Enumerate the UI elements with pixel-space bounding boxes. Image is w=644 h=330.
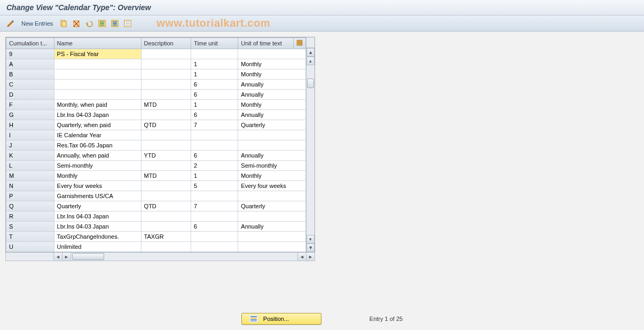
cell-description[interactable]: QTD (141, 120, 191, 130)
cell-cumulation[interactable]: D (6, 90, 54, 100)
cell-name[interactable] (54, 80, 141, 90)
cell-cumulation[interactable]: R (6, 211, 54, 222)
cell-description[interactable] (141, 222, 191, 232)
table-row[interactable]: D6Annually (6, 90, 306, 100)
cell-description[interactable] (141, 59, 191, 69)
cell-cumulation[interactable]: K (6, 151, 54, 161)
table-row[interactable]: MMonthlyMTD1Monthly (6, 171, 306, 181)
hscroll-track[interactable] (71, 253, 297, 261)
delete-icon[interactable] (71, 18, 82, 29)
cell-description[interactable] (141, 181, 191, 191)
cell-description[interactable]: QTD (141, 201, 191, 211)
table-row[interactable]: GLbr.Ins 04-03 Japan6Annually (6, 110, 306, 120)
cell-description[interactable] (141, 130, 191, 140)
cell-name[interactable]: Every four weeks (54, 181, 141, 191)
table-row[interactable]: IIE Calendar Year (6, 130, 306, 140)
col-config-icon[interactable] (294, 38, 306, 49)
cell-time-unit[interactable]: 6 (191, 110, 238, 120)
cell-time-unit[interactable] (191, 49, 238, 59)
cell-unit-text[interactable] (238, 49, 306, 59)
cell-time-unit[interactable]: 6 (191, 222, 238, 232)
cell-time-unit[interactable] (191, 191, 238, 201)
select-block-icon[interactable] (109, 18, 120, 29)
data-table[interactable]: Cumulation t... Name Description Time un… (6, 37, 306, 252)
cell-cumulation[interactable]: U (6, 242, 54, 252)
table-row[interactable]: FMonthly, when paidMTD1Monthly (6, 100, 306, 110)
cell-unit-text[interactable] (238, 232, 306, 242)
table-row[interactable]: KAnnually, when paidYTD6Annually (6, 151, 306, 161)
cell-unit-text[interactable]: Annually (238, 151, 306, 161)
hscroll-step-right-icon[interactable]: ► (62, 253, 71, 261)
col-description[interactable]: Description (141, 38, 191, 49)
cell-cumulation[interactable]: P (6, 191, 54, 201)
table-row[interactable]: SLbr.Ins 04-03 Japan6Annually (6, 222, 306, 232)
cell-unit-text[interactable]: Annually (238, 110, 306, 120)
col-name[interactable]: Name (54, 38, 141, 49)
cell-unit-text[interactable]: Monthly (238, 171, 306, 181)
table-row[interactable]: QQuarterlyQTD7Quarterly (6, 201, 306, 211)
horizontal-scrollbar[interactable]: ◄ ► ◄ ► (5, 253, 315, 261)
scroll-bottom-icon[interactable]: ▼ (307, 243, 315, 252)
cell-description[interactable] (141, 110, 191, 120)
table-row[interactable]: PGarnishments US/CA (6, 191, 306, 201)
cell-cumulation[interactable]: M (6, 171, 54, 181)
position-button[interactable]: Position... (241, 313, 321, 325)
hscroll-thumb[interactable] (72, 253, 104, 260)
cell-cumulation[interactable]: B (6, 69, 54, 80)
cell-cumulation[interactable]: S (6, 222, 54, 232)
cell-unit-text[interactable]: Monthly (238, 100, 306, 110)
vertical-scrollbar[interactable]: ▲ ▴ ▾ ▼ (306, 37, 315, 252)
cell-cumulation[interactable]: N (6, 181, 54, 191)
table-row[interactable]: C6Annually (6, 80, 306, 90)
cell-description[interactable] (141, 69, 191, 80)
cell-name[interactable] (54, 59, 141, 69)
cell-cumulation[interactable]: Q (6, 201, 54, 211)
cell-time-unit[interactable]: 1 (191, 100, 238, 110)
cell-unit-text[interactable]: Monthly (238, 69, 306, 80)
cell-cumulation[interactable]: C (6, 80, 54, 90)
cell-name[interactable]: Quarterly (54, 201, 141, 211)
cell-name[interactable]: Lbr.Ins 04-03 Japan (54, 222, 141, 232)
deselect-all-icon[interactable] (122, 18, 133, 29)
cell-time-unit[interactable] (191, 140, 238, 151)
cell-time-unit[interactable]: 5 (191, 181, 238, 191)
cell-time-unit[interactable]: 2 (191, 161, 238, 171)
select-all-icon[interactable] (97, 18, 107, 29)
cell-unit-text[interactable] (238, 211, 306, 222)
cell-description[interactable]: MTD (141, 171, 191, 181)
cell-name[interactable]: Semi-monthly (54, 161, 141, 171)
cell-unit-text[interactable] (238, 130, 306, 140)
cell-description[interactable] (141, 80, 191, 90)
toggle-change-icon[interactable] (5, 18, 16, 29)
cell-time-unit[interactable] (191, 232, 238, 242)
copy-icon[interactable] (58, 18, 69, 29)
table-row[interactable]: NEvery four weeks5Every four weeks (6, 181, 306, 191)
cell-name[interactable]: Monthly (54, 171, 141, 181)
cell-name[interactable] (54, 69, 141, 80)
cell-time-unit[interactable]: 7 (191, 120, 238, 130)
cell-unit-text[interactable]: Quarterly (238, 201, 306, 211)
cell-name[interactable]: Garnishments US/CA (54, 191, 141, 201)
table-row[interactable]: UUnlimited (6, 242, 306, 252)
col-time-unit[interactable]: Time unit (191, 38, 238, 49)
cell-cumulation[interactable]: H (6, 120, 54, 130)
cell-unit-text[interactable] (238, 191, 306, 201)
cell-description[interactable]: YTD (141, 151, 191, 161)
cell-time-unit[interactable]: 1 (191, 69, 238, 80)
scroll-thumb[interactable] (307, 78, 314, 88)
cell-name[interactable]: Unlimited (54, 242, 141, 252)
cell-name[interactable]: Quarterly, when paid (54, 120, 141, 130)
cell-time-unit[interactable] (191, 211, 238, 222)
cell-time-unit[interactable] (191, 242, 238, 252)
cell-name[interactable]: TaxGrpChangeIndones. (54, 232, 141, 242)
table-row[interactable]: LSemi-monthly2Semi-monthly (6, 161, 306, 171)
cell-name[interactable]: Monthly, when paid (54, 100, 141, 110)
cell-description[interactable] (141, 242, 191, 252)
cell-name[interactable]: IE Calendar Year (54, 130, 141, 140)
cell-unit-text[interactable]: Monthly (238, 59, 306, 69)
cell-time-unit[interactable]: 6 (191, 80, 238, 90)
col-cumulation[interactable]: Cumulation t... (6, 38, 54, 49)
table-row[interactable]: JRes.Tax 06-05 Japan (6, 140, 306, 151)
cell-name[interactable]: Lbr.Ins 04-03 Japan (54, 211, 141, 222)
undo-icon[interactable] (84, 18, 95, 29)
